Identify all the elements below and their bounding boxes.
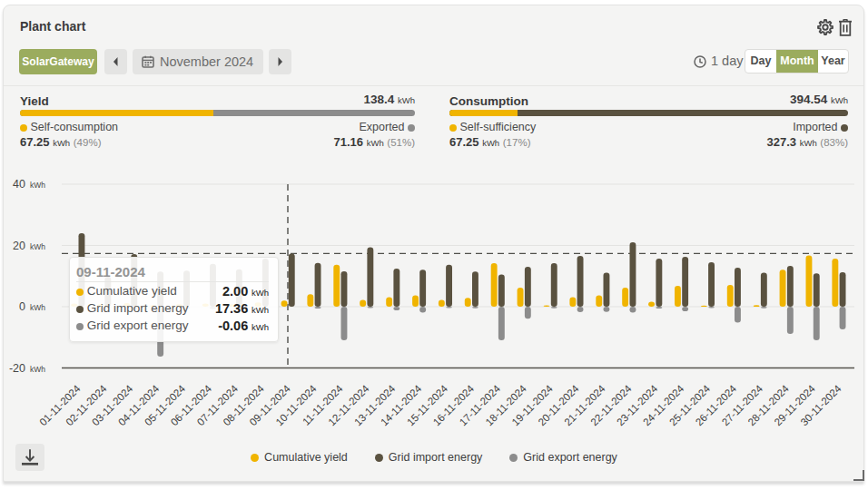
svg-text:kWh: kWh [30,242,45,251]
svg-text:-20: -20 [9,362,25,375]
svg-text:40: 40 [13,178,25,191]
svg-text:20: 20 [13,240,25,252]
svg-text:0: 0 [19,300,25,313]
svg-text:kWh: kWh [30,181,45,190]
svg-text:kWh: kWh [30,303,45,312]
svg-text:kWh: kWh [30,365,45,374]
